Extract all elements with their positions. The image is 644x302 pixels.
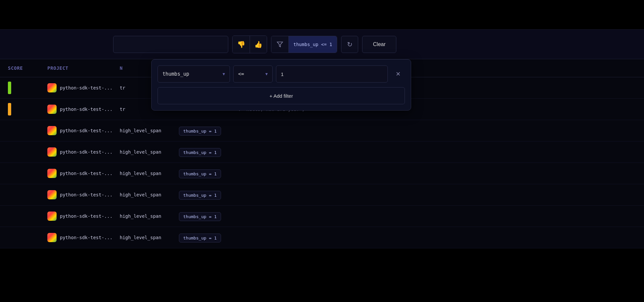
name-cell: high_level_span (120, 128, 179, 133)
table-row[interactable]: python-sdk-test-... high_level_span thum… (0, 184, 644, 206)
project-name: python-sdk-test-... (60, 149, 112, 155)
project-icon (47, 105, 57, 114)
project-cell: python-sdk-test-... (47, 105, 120, 114)
project-cell: python-sdk-test-... (47, 126, 120, 135)
project-cell: python-sdk-test-... (47, 190, 120, 199)
refresh-button[interactable]: ↻ (341, 36, 358, 53)
filter-row: thumbs_up ▼ <= ▼ ✕ (158, 65, 405, 83)
project-icon (47, 83, 57, 92)
op-chevron-icon: ▼ (265, 72, 268, 76)
project-icon (47, 147, 57, 157)
filter-tag: thumbs_up <= 1 (288, 36, 337, 53)
project-cell: python-sdk-test-... (47, 212, 120, 221)
table-row[interactable]: python-sdk-test-... high_level_span thum… (0, 163, 644, 184)
feedback-badge: thumbs_up = 1 (179, 191, 221, 200)
score-cell (8, 103, 47, 115)
project-name: python-sdk-test-... (60, 107, 112, 112)
name-cell: high_level_span (120, 235, 179, 240)
project-name: python-sdk-test-... (60, 171, 112, 176)
table-row[interactable]: python-sdk-test-... high_level_span thum… (0, 141, 644, 163)
project-cell: python-sdk-test-... (47, 83, 120, 92)
filter-remove-button[interactable]: ✕ (391, 67, 405, 81)
filter-field-select[interactable]: thumbs_up ▼ (158, 65, 230, 83)
feedback-badge: thumbs_up = 1 (179, 212, 221, 221)
toolbar: 👎 👍 thumbs_up <= 1 ↻ Clear thumbs_up ▼ (0, 30, 644, 59)
project-icon (47, 212, 57, 221)
project-icon (47, 169, 57, 178)
table-row[interactable]: python-sdk-test-... high_level_span thum… (0, 206, 644, 227)
filter-icon (277, 41, 283, 48)
feedback-cell: thumbs_up = 1 (179, 128, 238, 134)
project-icon (47, 190, 57, 199)
thumbs-down-button[interactable]: 👎 (233, 36, 250, 53)
project-name: python-sdk-test-... (60, 128, 112, 133)
project-name: python-sdk-test-... (60, 192, 112, 197)
score-cell (8, 82, 47, 94)
col-header-project: Project (47, 65, 120, 71)
project-cell: python-sdk-test-... (47, 147, 120, 157)
filter-operator-select[interactable]: <= ▼ (233, 65, 273, 83)
feedback-cell: thumbs_up = 1 (179, 213, 238, 219)
thumbs-up-button[interactable]: 👍 (250, 36, 267, 53)
filter-value-input[interactable] (276, 65, 388, 83)
project-name: python-sdk-test-... (60, 214, 112, 219)
name-cell: high_level_span (120, 214, 179, 219)
filter-dropdown: thumbs_up ▼ <= ▼ ✕ + Add filter (151, 59, 411, 111)
project-icon (47, 126, 57, 135)
project-name: python-sdk-test-... (60, 235, 112, 240)
thumbs-down-icon: 👎 (237, 40, 245, 48)
filter-group: thumbs_up <= 1 (271, 36, 337, 53)
svg-marker-0 (277, 42, 283, 47)
project-icon (47, 233, 57, 242)
refresh-icon: ↻ (347, 40, 353, 48)
feedback-cell: thumbs_up = 1 (179, 149, 238, 155)
score-bar-green (8, 82, 11, 94)
clear-button[interactable]: Clear (362, 36, 396, 53)
feedback-cell: thumbs_up = 1 (179, 170, 238, 177)
add-filter-button[interactable]: + Add filter (158, 87, 405, 104)
search-input[interactable] (113, 36, 228, 53)
project-cell: python-sdk-test-... (47, 233, 120, 242)
table-row[interactable]: python-sdk-test-... high_level_span thum… (0, 120, 644, 141)
thumbs-up-icon: 👍 (254, 40, 262, 48)
feedback-badge: thumbs_up = 1 (179, 148, 221, 157)
feedback-cell: thumbs_up = 1 (179, 192, 238, 198)
feedback-cell: thumbs_up = 1 (179, 235, 238, 241)
top-bar (0, 0, 644, 30)
field-chevron-icon: ▼ (223, 72, 225, 76)
feedback-badge: thumbs_up = 1 (179, 127, 221, 136)
score-bar-yellow (8, 103, 11, 115)
table-row[interactable]: python-sdk-test-... high_level_span thum… (0, 227, 644, 248)
project-cell: python-sdk-test-... (47, 169, 120, 178)
col-header-score: Score (8, 65, 47, 71)
name-cell: high_level_span (120, 149, 179, 155)
feedback-badge: thumbs_up = 1 (179, 169, 221, 178)
project-name: python-sdk-test-... (60, 85, 112, 90)
feedback-badge: thumbs_up = 1 (179, 234, 221, 242)
close-icon: ✕ (396, 70, 401, 78)
filter-icon-button[interactable] (271, 36, 288, 53)
thumbs-group: 👎 👍 (232, 36, 267, 53)
name-cell: high_level_span (120, 192, 179, 197)
name-cell: high_level_span (120, 171, 179, 176)
